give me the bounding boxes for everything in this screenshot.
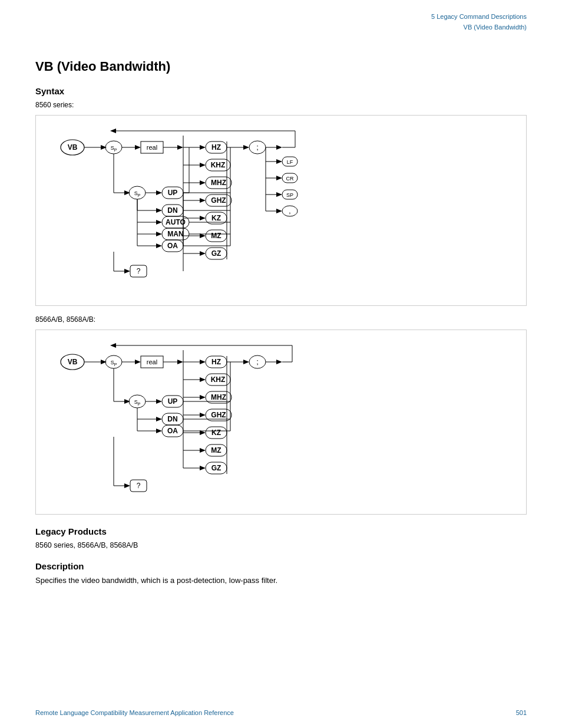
svg-text:AUTO: AUTO: [166, 218, 186, 226]
svg-text:KHZ: KHZ: [211, 375, 226, 384]
svg-text:GZ: GZ: [211, 249, 222, 258]
footer-right: 501: [516, 709, 527, 716]
svg-marker-43: [243, 145, 249, 150]
footer: Remote Language Compatibility Measuremen…: [0, 709, 562, 716]
svg-marker-7: [135, 145, 141, 150]
svg-text:real: real: [147, 358, 157, 365]
svg-marker-95: [156, 243, 162, 248]
svg-marker-194: [124, 483, 130, 488]
svg-text:OA: OA: [167, 242, 178, 250]
svg-text:;: ;: [256, 143, 259, 151]
svg-marker-138: [200, 395, 206, 400]
svg-marker-22: [200, 180, 206, 185]
svg-text:DN: DN: [167, 415, 177, 423]
svg-marker-91: [156, 232, 162, 236]
diagram-8566: VB SP real: [35, 330, 527, 515]
svg-text:HZ: HZ: [211, 143, 221, 151]
svg-marker-101: [124, 269, 130, 274]
svg-marker-150: [200, 448, 206, 453]
svg-marker-47: [276, 145, 282, 150]
header-chapter: 5 Legacy Command Descriptions: [431, 12, 527, 22]
svg-marker-179: [156, 417, 162, 421]
svg-marker-18: [200, 163, 206, 167]
svg-text:?: ?: [137, 267, 141, 275]
svg-marker-174: [156, 399, 162, 404]
legacy-products-text: 8560 series, 8566A/B, 8568A/B: [35, 541, 527, 549]
svg-marker-167: [110, 343, 116, 348]
legacy-products-section: Legacy Products 8560 series, 8566A/B, 85…: [35, 526, 527, 549]
svg-text:MHZ: MHZ: [211, 179, 226, 187]
syntax-heading: Syntax: [35, 86, 527, 96]
svg-text:SP: SP: [134, 399, 141, 406]
svg-marker-142: [200, 413, 206, 417]
legacy-products-heading: Legacy Products: [35, 526, 527, 536]
svg-text:MHZ: MHZ: [211, 393, 226, 401]
svg-marker-123: [135, 360, 141, 364]
svg-text:DN: DN: [167, 206, 177, 215]
svg-marker-30: [200, 216, 206, 220]
svg-marker-63: [276, 192, 282, 197]
svg-text:MZ: MZ: [211, 232, 221, 240]
svg-text:VB: VB: [68, 358, 78, 366]
svg-text:SP: SP: [111, 145, 117, 152]
header-section: VB (Video Bandwidth): [431, 22, 527, 33]
diagram-8560-svg: VB SP real: [48, 125, 354, 296]
svg-marker-163: [276, 360, 282, 364]
svg-marker-38: [200, 251, 206, 256]
svg-marker-127: [177, 360, 183, 364]
svg-marker-154: [200, 466, 206, 470]
svg-text:UP: UP: [168, 189, 178, 197]
svg-text:KHZ: KHZ: [211, 161, 226, 169]
svg-marker-183: [156, 429, 162, 433]
footer-left: Remote Language Compatibility Measuremen…: [35, 709, 234, 716]
diagram2-label: 8566A/B, 8568A/B:: [35, 315, 527, 324]
svg-marker-78: [156, 190, 162, 195]
svg-text:SP: SP: [286, 192, 293, 198]
svg-marker-87: [156, 220, 162, 225]
svg-marker-14: [200, 145, 206, 150]
svg-text:SP: SP: [111, 360, 117, 367]
description-text: Specifies the video bandwidth, which is …: [35, 576, 527, 585]
svg-marker-130: [200, 360, 206, 364]
svg-marker-54: [276, 159, 282, 164]
header-nav: 5 Legacy Command Descriptions VB (Video …: [431, 12, 527, 32]
svg-text:VB: VB: [68, 143, 78, 151]
svg-text:;: ;: [256, 357, 259, 366]
svg-text:MAN: MAN: [167, 230, 183, 238]
svg-text:SP: SP: [134, 190, 141, 197]
svg-text:HZ: HZ: [211, 358, 221, 366]
svg-text:GHZ: GHZ: [211, 411, 226, 419]
description-heading: Description: [35, 561, 527, 571]
svg-marker-58: [276, 176, 282, 180]
svg-marker-159: [243, 360, 249, 364]
svg-text:real: real: [147, 144, 157, 151]
svg-text:UP: UP: [168, 397, 178, 406]
svg-text:GZ: GZ: [211, 464, 222, 472]
svg-text:KZ: KZ: [211, 429, 221, 437]
svg-text:KZ: KZ: [211, 214, 221, 222]
svg-text:LF: LF: [287, 159, 293, 165]
svg-marker-68: [276, 209, 282, 213]
svg-text:CR: CR: [286, 176, 294, 182]
svg-text:GHZ: GHZ: [211, 196, 226, 205]
svg-text:MZ: MZ: [211, 446, 221, 454]
svg-marker-51: [110, 129, 116, 133]
svg-text:,: ,: [289, 207, 290, 215]
svg-text:?: ?: [137, 482, 141, 490]
page-title: VB (Video Bandwidth): [35, 59, 527, 74]
svg-marker-26: [200, 198, 206, 203]
diagram-8566-svg: VB SP real: [48, 340, 319, 505]
svg-marker-11: [177, 145, 183, 150]
syntax-section: Syntax 8560 series: VB SP real: [35, 86, 527, 515]
svg-marker-83: [156, 208, 162, 213]
diagram1-label: 8560 series:: [35, 101, 527, 109]
svg-text:OA: OA: [167, 427, 178, 435]
description-section: Description Specifies the video bandwidt…: [35, 561, 527, 585]
svg-marker-134: [200, 377, 206, 382]
diagram-8560: VB SP real: [35, 115, 527, 306]
